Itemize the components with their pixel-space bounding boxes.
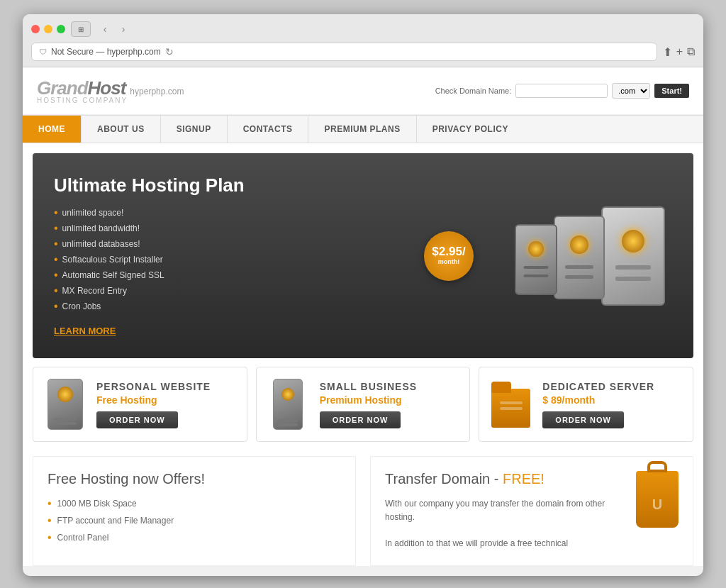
tab-switcher[interactable]: ⊞ <box>71 21 91 37</box>
small-business-card: SMALL BUSINESS Premium Hosting ORDER NOW <box>256 367 471 442</box>
domain-check-area: Check Domain Name: .com .net .org Start! <box>435 83 689 99</box>
per-month-text: month! <box>438 259 460 266</box>
dedicated-card-subtitle: $ 89/month <box>542 394 684 406</box>
transfer-desc-2: In addition to that we will provide a fr… <box>385 537 627 550</box>
personal-order-button[interactable]: ORDER NOW <box>96 411 178 428</box>
personal-card-info: PERSONAL WEBSITE Free Hosting ORDER NOW <box>96 381 238 428</box>
transfer-domain-section: Transfer Domain - FREE! With our company… <box>370 456 693 566</box>
forward-button[interactable]: › <box>115 21 132 37</box>
lock-icon: 🛡 <box>39 48 47 56</box>
transfer-desc-1: With our company you may transfer the do… <box>385 497 627 524</box>
price-badge: $2.95/ month! <box>424 231 474 281</box>
dedicated-card-info: DEDICATED SERVER $ 89/month ORDER NOW <box>542 381 684 428</box>
hosting-cards-section: PERSONAL WEBSITE Free Hosting ORDER NOW … <box>33 367 693 442</box>
dedicated-order-button[interactable]: ORDER NOW <box>542 411 624 428</box>
free-hosting-list: 1000 MB Disk Space FTP account and File … <box>48 497 341 544</box>
browser-window: ⊞ ‹ › 🛡 Not Secure — hyperphp.com ↻ ⬆ + … <box>23 14 703 576</box>
folder-icon <box>488 376 534 433</box>
feature-1: unlimited space! <box>54 206 488 219</box>
business-card-info: SMALL BUSINESS Premium Hosting ORDER NOW <box>320 381 462 428</box>
hero-banner: Ultimate Hosting Plan unlimited space! u… <box>33 153 693 358</box>
price-text: $2.95/ <box>432 245 465 259</box>
traffic-lights <box>31 25 65 33</box>
reload-button[interactable]: ↻ <box>165 46 174 57</box>
business-card-subtitle: Premium Hosting <box>320 394 462 406</box>
business-server-icon <box>265 376 311 433</box>
lower-section: Free Hosting now Offers! 1000 MB Disk Sp… <box>33 456 693 566</box>
feature-2: unlimited bandwidth! <box>54 222 488 235</box>
website-content: GrandHost hyperphp.com HOSTING COMPANY C… <box>23 67 703 566</box>
nav-privacy[interactable]: PRIVACY POLICY <box>417 116 524 143</box>
transfer-content: Transfer Domain - FREE! With our company… <box>385 471 678 551</box>
share-button[interactable]: ⬆ <box>663 45 672 59</box>
business-card-title: SMALL BUSINESS <box>320 381 462 392</box>
nav-premium[interactable]: PREMIUM PLANS <box>308 116 416 143</box>
personal-card-subtitle: Free Hosting <box>96 394 238 406</box>
transfer-text: Transfer Domain - FREE! With our company… <box>385 471 627 551</box>
domain-extension-select[interactable]: .com .net .org <box>612 83 650 99</box>
nav-about[interactable]: ABOUT US <box>82 116 161 143</box>
hosting-item-3: Control Panel <box>48 531 341 544</box>
domain-search-button[interactable]: Start! <box>654 84 689 98</box>
hero-features-list: unlimited space! unlimited bandwidth! un… <box>54 206 488 313</box>
feature-6: MX Record Entry <box>54 284 488 297</box>
logo-domain: hyperphp.com <box>130 87 184 96</box>
hero-server-image <box>488 199 672 313</box>
minimize-dot[interactable] <box>44 25 52 33</box>
business-order-button[interactable]: ORDER NOW <box>320 411 401 428</box>
nav-signup[interactable]: SIGNUP <box>161 116 228 143</box>
free-hosting-title: Free Hosting now Offers! <box>48 471 341 487</box>
dedicated-card-title: DEDICATED SERVER <box>542 381 684 392</box>
address-bar[interactable]: 🛡 Not Secure — hyperphp.com ↻ <box>31 43 657 61</box>
hero-content: Ultimate Hosting Plan unlimited space! u… <box>54 174 488 337</box>
back-button[interactable]: ‹ <box>96 21 113 37</box>
transfer-title: Transfer Domain - FREE! <box>385 471 627 487</box>
domain-search-input[interactable] <box>515 84 608 98</box>
logo-tagline: HOSTING COMPANY <box>37 96 184 104</box>
hosting-item-2: FTP account and File Manager <box>48 514 341 527</box>
bag-handle <box>647 461 667 472</box>
logo-area: GrandHost hyperphp.com HOSTING COMPANY <box>37 77 184 104</box>
browser-chrome: ⊞ ‹ › 🛡 Not Secure — hyperphp.com ↻ ⬆ + … <box>23 14 703 67</box>
server-group <box>495 203 665 309</box>
personal-website-card: PERSONAL WEBSITE Free Hosting ORDER NOW <box>33 367 247 442</box>
bag-icon <box>636 471 678 528</box>
hosting-item-1: 1000 MB Disk Space <box>48 497 341 510</box>
close-dot[interactable] <box>31 25 40 33</box>
main-navigation: HOME ABOUT US SIGNUP CONTACTS PREMIUM PL… <box>23 115 703 143</box>
feature-7: Cron Jobs <box>54 300 488 313</box>
nav-home[interactable]: HOME <box>23 116 82 143</box>
new-tab-button[interactable]: + <box>676 45 683 58</box>
feature-3: unlimited databases! <box>54 238 488 250</box>
nav-contacts[interactable]: CONTACTS <box>228 116 309 143</box>
free-hosting-section: Free Hosting now Offers! 1000 MB Disk Sp… <box>33 456 356 566</box>
dedicated-server-card: DEDICATED SERVER $ 89/month ORDER NOW <box>479 367 693 442</box>
site-header: GrandHost hyperphp.com HOSTING COMPANY C… <box>23 67 703 115</box>
hero-title: Ultimate Hosting Plan <box>54 174 488 196</box>
domain-check-label: Check Domain Name: <box>435 87 512 95</box>
personal-server-icon <box>42 376 88 433</box>
feature-5: Automatic Self Signed SSL <box>54 269 488 282</box>
tabs-button[interactable]: ⧉ <box>687 45 695 58</box>
personal-card-title: PERSONAL WEBSITE <box>96 381 238 392</box>
maximize-dot[interactable] <box>57 25 65 33</box>
feature-4: Softaculous Script Installer <box>54 253 488 266</box>
url-text: Not Secure — hyperphp.com <box>51 47 161 57</box>
learn-more-link[interactable]: LEARN MORE <box>54 326 116 336</box>
